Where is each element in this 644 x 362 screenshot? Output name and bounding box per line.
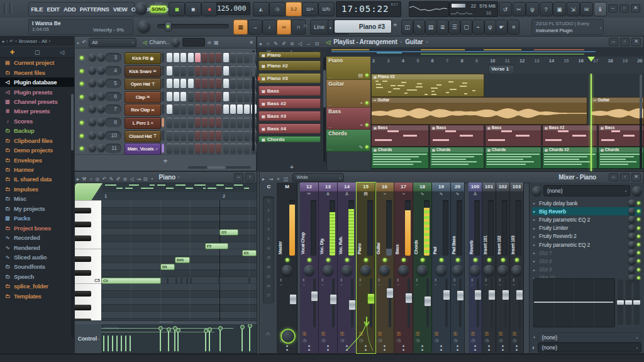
arrangement-marker[interactable]: Verse 1 bbox=[488, 65, 514, 74]
strip-led[interactable] bbox=[421, 258, 425, 262]
mixer-strip-piano[interactable]: 15▤Piano⇕⇔⚿◷▲▲ bbox=[357, 183, 375, 353]
piano-roll-window-button[interactable]: ✎ bbox=[413, 20, 425, 35]
browser-item-misc[interactable]: 🗀Misc bbox=[0, 194, 74, 203]
track-lane-chords[interactable]: ▤Chords▤Chords▤Chords▤Chords #2▤Chords bbox=[370, 147, 644, 169]
keyboard-editor-icon[interactable]: ▦ bbox=[214, 40, 219, 45]
fx-enable-led[interactable] bbox=[637, 210, 640, 213]
step-button[interactable] bbox=[216, 92, 221, 101]
eq-mid-slider[interactable] bbox=[626, 280, 631, 325]
undo-button[interactable]: ↺ bbox=[499, 2, 512, 16]
browser-item-scores[interactable]: ♪Scores bbox=[0, 116, 74, 126]
channel-enable-led[interactable] bbox=[80, 56, 84, 60]
step-button[interactable] bbox=[174, 92, 179, 101]
fx-mix-knob[interactable] bbox=[628, 257, 635, 264]
strip-number[interactable]: 15 bbox=[357, 183, 375, 191]
step-button[interactable] bbox=[202, 79, 208, 88]
fader-handle[interactable] bbox=[405, 293, 413, 303]
fader-handle[interactable] bbox=[457, 290, 464, 301]
microphone-button[interactable]: ψ bbox=[526, 2, 539, 16]
step-button[interactable] bbox=[209, 66, 214, 76]
fx-mix-knob[interactable] bbox=[628, 266, 635, 273]
route-arrows[interactable]: ▲▲ bbox=[487, 344, 491, 351]
minimize-button[interactable]: – bbox=[609, 173, 618, 181]
browser-scrollbar[interactable] bbox=[71, 94, 74, 337]
step-button[interactable] bbox=[216, 144, 221, 153]
step-button[interactable] bbox=[202, 105, 208, 114]
step-button[interactable] bbox=[202, 92, 208, 101]
picker-pattern-chords[interactable]: ▤Chords bbox=[258, 136, 321, 142]
step-button[interactable] bbox=[174, 131, 179, 140]
picker-pattern-piano-3[interactable]: ▤Piano #3 bbox=[258, 73, 321, 83]
add-pattern-button[interactable]: + bbox=[257, 163, 326, 171]
clip-chords[interactable]: ▤Chords bbox=[430, 147, 484, 169]
strip-fader[interactable] bbox=[504, 278, 507, 327]
collapse-icon[interactable]: ▸ bbox=[77, 40, 79, 45]
channel-volume-knob[interactable] bbox=[97, 54, 105, 61]
fader-handle[interactable] bbox=[330, 294, 337, 305]
touch-button[interactable]: ☛ bbox=[496, 20, 508, 35]
browser-item-rendered[interactable]: ∿Rendered bbox=[0, 242, 74, 252]
browser-item-soundfonts[interactable]: 🗀Soundfonts bbox=[0, 262, 74, 271]
velocity-stem[interactable] bbox=[112, 336, 113, 351]
track-lane-bass[interactable]: ▤Bass▤Bass▤Bass▤Bass #2▤Bass bbox=[370, 125, 644, 147]
mixer-strip-insert-101[interactable]: 101Insert 101⇕⇔⚿◷▲▲ bbox=[482, 183, 496, 353]
plugin-picker-button[interactable]: ▢ bbox=[460, 20, 472, 35]
playlist-toolbar-icons[interactable]: ▸ ∩ ✎ ✐ ⊘ ◁ ↔ ⊡ bbox=[260, 37, 320, 48]
fx-slot-8[interactable]: ▸Slot 8 bbox=[532, 257, 641, 265]
mixer-strip-guitar[interactable]: 16⌁Guitar⇕⇔⚿◷▲▲ bbox=[375, 183, 394, 353]
velocity-stem[interactable] bbox=[125, 336, 126, 351]
piano-roll-preview-strip[interactable] bbox=[103, 183, 257, 193]
maximize-button[interactable]: ▫ bbox=[620, 38, 630, 46]
rack-scrollbar[interactable] bbox=[252, 50, 255, 151]
channel-number[interactable]: 10 bbox=[105, 131, 121, 140]
channel-pan-knob[interactable] bbox=[89, 118, 96, 126]
step-button[interactable] bbox=[237, 66, 243, 76]
step-button[interactable] bbox=[230, 92, 236, 101]
fader-handle[interactable] bbox=[311, 291, 318, 302]
route-arrows[interactable]: ▲▲ bbox=[456, 344, 460, 351]
strip-pan-knob[interactable] bbox=[417, 265, 428, 276]
step-button[interactable] bbox=[216, 118, 221, 127]
velocity-handle[interactable] bbox=[176, 328, 180, 332]
step-button[interactable] bbox=[237, 144, 243, 153]
step-button[interactable] bbox=[209, 105, 214, 114]
close-icon[interactable]: ✕ bbox=[249, 40, 253, 45]
maximize-button[interactable]: ▫ bbox=[619, 4, 629, 13]
velocity-handle[interactable] bbox=[167, 327, 171, 332]
save-new-version-button[interactable]: ⇲ bbox=[567, 2, 580, 16]
strip-number[interactable]: 102 bbox=[496, 183, 509, 191]
track-enable-led[interactable] bbox=[365, 101, 369, 105]
channel-volume-knob[interactable] bbox=[97, 79, 105, 87]
undo-icon[interactable]: ↶ bbox=[82, 39, 86, 45]
strip-fader[interactable] bbox=[477, 278, 479, 327]
strip-number[interactable]: 100 bbox=[469, 183, 482, 191]
step-button[interactable] bbox=[209, 79, 214, 88]
step-button[interactable] bbox=[167, 118, 172, 127]
mixer-strip-bass[interactable]: 17⌁Bass⇕⇔⚿◷▲▲ bbox=[394, 183, 413, 353]
fx-enable-led[interactable] bbox=[637, 218, 640, 221]
step-button[interactable] bbox=[237, 53, 243, 62]
step-button[interactable] bbox=[230, 105, 236, 114]
strip-pan-knob[interactable] bbox=[511, 265, 522, 276]
strip-number[interactable]: 18 bbox=[413, 183, 431, 191]
route-arrows[interactable]: ▲▲ bbox=[421, 344, 425, 351]
channel-volume-knob[interactable] bbox=[97, 144, 105, 152]
maximize-button[interactable]: ▫ bbox=[620, 173, 630, 181]
step-button[interactable] bbox=[202, 118, 208, 127]
pattern-selector[interactable]: Piano #3 bbox=[334, 20, 392, 33]
strip-number[interactable]: 19 bbox=[432, 183, 450, 191]
news-panel[interactable]: 20/10 FL STUDIO | Every Instrument Plugi… bbox=[531, 19, 604, 35]
picker-pattern-bass-3[interactable]: ▤Bass #3 bbox=[258, 111, 321, 121]
strip-fader[interactable] bbox=[408, 278, 410, 327]
strip-pan-knob[interactable] bbox=[341, 265, 352, 276]
strip-fader[interactable] bbox=[332, 278, 335, 327]
track-options[interactable]: ... bbox=[328, 124, 332, 128]
clip-guitar[interactable]: ↦Guitar bbox=[591, 97, 644, 125]
step-button[interactable] bbox=[188, 105, 194, 114]
step-button[interactable] bbox=[202, 131, 208, 140]
note-f5[interactable]: F5 bbox=[205, 243, 228, 249]
step-button[interactable] bbox=[188, 66, 194, 76]
channel-volume-knob[interactable] bbox=[97, 67, 105, 74]
step-button[interactable] bbox=[180, 131, 186, 140]
plugins-tab-icon[interactable]: ◁ bbox=[60, 49, 64, 55]
